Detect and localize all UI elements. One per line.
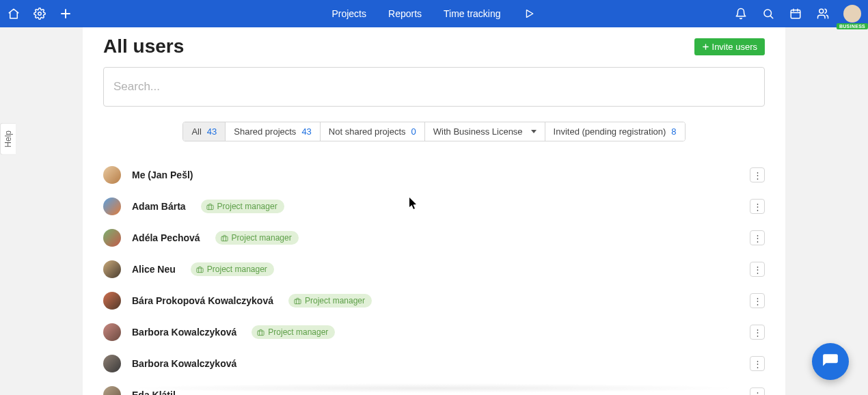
user-name: Barbora Kowalczyková	[132, 358, 236, 369]
filter-row: All 43 Shared projects 43 Not shared pro…	[103, 122, 765, 141]
filter-not-shared[interactable]: Not shared projects 0	[321, 122, 425, 141]
user-row[interactable]: Bára Prokopová KowalczykováProject manag…	[103, 285, 765, 316]
filter-all[interactable]: All 43	[183, 122, 226, 141]
filter-invited-label: Invited (pending registration)	[554, 126, 666, 137]
svg-marker-1	[527, 10, 533, 18]
kebab-icon: ⋮	[753, 328, 762, 337]
row-menu-button[interactable]: ⋮	[750, 325, 765, 340]
help-tab[interactable]: Help	[0, 123, 16, 155]
kebab-icon: ⋮	[753, 359, 762, 368]
user-avatar	[103, 292, 121, 310]
briefcase-icon	[257, 329, 265, 336]
row-menu-button[interactable]: ⋮	[750, 262, 765, 277]
user-name: Adéla Pechová	[132, 232, 200, 243]
filter-shared[interactable]: Shared projects 43	[226, 122, 321, 141]
svg-point-2	[764, 10, 772, 17]
user-avatar	[103, 386, 121, 395]
invite-users-button[interactable]: Invite users	[694, 38, 765, 55]
role-pill: Project manager	[215, 231, 299, 245]
search-box[interactable]	[103, 67, 765, 107]
row-menu-button[interactable]: ⋮	[750, 199, 765, 214]
filter-shared-count: 43	[301, 126, 311, 137]
main-panel: All users Invite users All 43 Shared pro…	[83, 27, 785, 395]
svg-rect-5	[207, 205, 213, 209]
search-icon[interactable]	[761, 7, 775, 21]
people-icon[interactable]	[816, 7, 830, 21]
user-row[interactable]: Eda Klátil⋮	[103, 379, 765, 395]
user-name: Barbora Kowalczyková	[132, 327, 236, 338]
home-icon[interactable]	[7, 7, 21, 21]
briefcase-icon	[294, 297, 301, 305]
role-pill: Project manager	[201, 200, 284, 213]
user-row[interactable]: Me (Jan Pešl)⋮	[103, 159, 765, 191]
user-avatar	[103, 323, 121, 341]
user-name: Adam Bárta	[132, 201, 186, 212]
bell-icon[interactable]	[734, 7, 748, 21]
chat-fab[interactable]	[812, 343, 849, 380]
svg-point-4	[819, 9, 824, 13]
role-pill: Project manager	[252, 325, 335, 339]
role-pill: Project manager	[288, 294, 372, 308]
kebab-icon: ⋮	[753, 202, 762, 211]
svg-rect-7	[197, 268, 203, 272]
svg-rect-8	[295, 299, 301, 303]
filter-business-label: With Business License	[433, 126, 523, 137]
role-label: Project manager	[217, 202, 277, 211]
nav-right: BUSINESS	[734, 5, 861, 23]
briefcase-icon	[221, 234, 228, 242]
svg-point-0	[38, 12, 42, 16]
user-avatar	[103, 198, 121, 215]
user-row[interactable]: Barbora KowalczykováProject manager⋮	[103, 316, 765, 348]
role-pill: Project manager	[191, 262, 274, 276]
user-avatar	[103, 355, 121, 372]
user-name: Me (Jan Pešl)	[132, 169, 193, 180]
nav-projects[interactable]: Projects	[331, 8, 366, 19]
play-icon[interactable]	[523, 7, 537, 21]
filter-all-count: 43	[207, 126, 217, 137]
business-badge: BUSINESS	[837, 23, 868, 29]
role-label: Project manager	[232, 233, 292, 243]
user-name: Alice Neu	[132, 264, 176, 275]
chat-icon	[822, 353, 839, 370]
plus-icon[interactable]	[59, 7, 72, 21]
user-avatar-top[interactable]: BUSINESS	[843, 5, 861, 23]
filter-not-shared-count: 0	[411, 126, 416, 137]
svg-rect-9	[258, 331, 264, 335]
svg-rect-3	[791, 10, 800, 18]
search-input[interactable]	[113, 80, 755, 94]
row-menu-button[interactable]: ⋮	[750, 167, 765, 182]
user-avatar	[103, 260, 121, 278]
nav-left	[7, 7, 72, 21]
filter-business[interactable]: With Business License	[425, 122, 545, 141]
role-label: Project manager	[268, 327, 328, 337]
row-menu-button[interactable]: ⋮	[750, 293, 765, 308]
nav-reports[interactable]: Reports	[388, 8, 422, 19]
user-avatar	[103, 229, 121, 247]
role-label: Project manager	[207, 264, 267, 274]
kebab-icon: ⋮	[753, 391, 762, 396]
filter-shared-label: Shared projects	[234, 126, 296, 137]
gear-icon[interactable]	[33, 7, 46, 21]
user-row[interactable]: Alice NeuProject manager⋮	[103, 254, 765, 285]
filter-invited-count: 8	[671, 126, 676, 137]
user-row[interactable]: Barbora Kowalczyková⋮	[103, 348, 765, 379]
filter-invited[interactable]: Invited (pending registration) 8	[545, 122, 685, 141]
user-avatar	[103, 166, 121, 184]
user-row[interactable]: Adam BártaProject manager⋮	[103, 191, 765, 222]
row-menu-button[interactable]: ⋮	[750, 356, 765, 371]
filter-group: All 43 Shared projects 43 Not shared pro…	[182, 122, 685, 141]
briefcase-icon	[196, 266, 204, 273]
user-name: Eda Klátil	[132, 390, 176, 395]
user-row[interactable]: Adéla PechováProject manager⋮	[103, 222, 765, 254]
kebab-icon: ⋮	[753, 297, 762, 305]
row-menu-button[interactable]: ⋮	[750, 387, 765, 395]
calendar-icon[interactable]	[789, 7, 802, 21]
kebab-icon: ⋮	[753, 171, 762, 180]
nav-time-tracking[interactable]: Time tracking	[444, 8, 501, 19]
briefcase-icon	[206, 203, 214, 210]
top-navbar: Projects Reports Time tracking BUSINESS	[0, 0, 868, 27]
svg-rect-6	[221, 236, 228, 241]
row-menu-button[interactable]: ⋮	[750, 230, 765, 245]
nav-center: Projects Reports Time tracking	[331, 7, 536, 21]
page-title: All users	[103, 36, 184, 57]
